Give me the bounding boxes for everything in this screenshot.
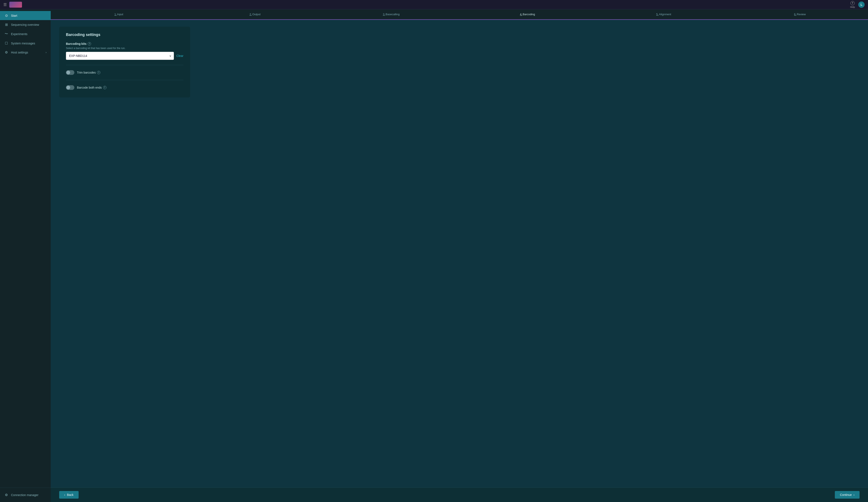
continue-button[interactable]: Continue › [835, 491, 859, 499]
sidebar-label-experiments: Experiments [11, 32, 28, 36]
continue-icon: › [854, 493, 855, 496]
divider-1 [66, 65, 183, 65]
trim-barcodes-toggle[interactable] [66, 70, 74, 75]
back-label: Back [67, 493, 73, 496]
step-basecalling-label: Basecalling [386, 13, 400, 16]
step-barcoding-label: Barcoding [523, 13, 535, 16]
sidebar-label-connection-manager: Connection manager [11, 493, 39, 497]
barcoding-kits-help-icon[interactable]: ? [88, 42, 91, 46]
step-review-number: 6. [794, 13, 796, 16]
step-basecalling-number: 3. [383, 13, 385, 16]
sidebar-item-sequencing-overview[interactable]: ⊞ Sequencing overview [0, 20, 51, 29]
sidebar: ⊙ Start ⊞ Sequencing overview 〜 Experime… [0, 9, 51, 502]
step-nav: 1.Input 2.Output 3.Basecalling 4.Barcodi… [51, 9, 868, 20]
step-input-label: Input [117, 13, 123, 16]
content-scroll: Barcoding settings Barcoding kits ? Sele… [51, 20, 868, 488]
sidebar-item-start[interactable]: ⊙ Start [0, 11, 51, 20]
topbar-right: ? Help L [850, 1, 865, 8]
barcoding-kits-select-row: EXP-NBD114 EXP-NBD196 SQK-RBK004 SQK-RBK… [66, 52, 183, 60]
trim-barcodes-help-icon[interactable]: ? [97, 71, 100, 74]
barcoding-kit-select-wrapper: EXP-NBD114 EXP-NBD196 SQK-RBK004 SQK-RBK… [66, 52, 174, 60]
sidebar-item-experiments[interactable]: 〜 Experiments [0, 29, 51, 39]
experiments-icon: 〜 [4, 32, 9, 36]
barcoding-kits-label-text: Barcoding kits [66, 42, 86, 46]
card-title: Barcoding settings [66, 32, 183, 37]
logo [9, 2, 22, 8]
help-circle-icon: ? [850, 1, 855, 5]
barcoding-kits-section: Barcoding kits ? Select a barcoding kit … [66, 42, 183, 60]
topbar-left: ☰ [3, 2, 22, 8]
trim-barcodes-knob [66, 71, 70, 74]
step-alignment[interactable]: 5.Alignment [596, 9, 732, 20]
step-input[interactable]: 1.Input [51, 9, 187, 20]
barcode-both-ends-row: Barcode both ends ? [66, 83, 183, 92]
back-button[interactable]: ‹ Back [59, 491, 79, 499]
barcode-both-ends-label-text: Barcode both ends [77, 86, 102, 89]
step-alignment-number: 5. [656, 13, 659, 16]
sidebar-label-start: Start [11, 14, 17, 17]
sidebar-item-host-settings[interactable]: ⚙ Host settings › [0, 48, 51, 57]
step-basecalling[interactable]: 3.Basecalling [323, 9, 459, 20]
barcoding-kits-description: Select a barcoding kit that has been use… [66, 47, 183, 50]
barcoding-settings-card: Barcoding settings Barcoding kits ? Sele… [59, 27, 190, 98]
help-button[interactable]: ? Help [850, 1, 855, 8]
sidebar-label-host-settings: Host settings [11, 51, 28, 54]
barcode-both-ends-label: Barcode both ends ? [77, 86, 106, 89]
trim-barcodes-label-text: Trim barcodes [77, 71, 96, 74]
topbar: ☰ ? Help L [0, 0, 868, 9]
step-alignment-label: Alignment [659, 13, 671, 16]
barcoding-kits-label: Barcoding kits ? [66, 42, 183, 46]
barcode-both-ends-help-icon[interactable]: ? [103, 86, 106, 89]
start-icon: ⊙ [4, 13, 9, 18]
help-label: Help [850, 6, 855, 8]
back-icon: ‹ [64, 493, 65, 496]
step-output[interactable]: 2.Output [187, 9, 323, 20]
continue-label: Continue [840, 493, 852, 496]
main-layout: ⊙ Start ⊞ Sequencing overview 〜 Experime… [0, 9, 868, 502]
host-settings-icon: ⚙ [4, 50, 9, 54]
step-review-label: Review [797, 13, 806, 16]
sidebar-label-sequencing-overview: Sequencing overview [11, 23, 39, 27]
barcode-both-ends-knob [66, 86, 70, 89]
trim-barcodes-label: Trim barcodes ? [77, 71, 100, 74]
footer: ‹ Back Continue › [51, 488, 868, 502]
sidebar-item-connection-manager[interactable]: ⚙ Connection manager [0, 490, 51, 500]
sequencing-overview-icon: ⊞ [4, 23, 9, 27]
step-input-number: 1. [114, 13, 117, 16]
trim-barcodes-row: Trim barcodes ? [66, 69, 183, 77]
clear-button[interactable]: Clear [176, 54, 183, 58]
hamburger-icon[interactable]: ☰ [3, 2, 7, 7]
user-avatar[interactable]: L [858, 1, 865, 8]
connection-manager-icon: ⚙ [4, 493, 9, 497]
sidebar-nav: ⊙ Start ⊞ Sequencing overview 〜 Experime… [0, 9, 51, 488]
step-output-label: Output [252, 13, 260, 16]
sidebar-bottom: ⚙ Connection manager [0, 488, 51, 502]
host-settings-chevron-icon: › [46, 51, 46, 54]
system-messages-icon: ☐ [4, 41, 9, 45]
content-area: 1.Input 2.Output 3.Basecalling 4.Barcodi… [51, 9, 868, 502]
barcode-both-ends-toggle[interactable] [66, 85, 74, 90]
sidebar-item-system-messages[interactable]: ☐ System messages [0, 39, 51, 48]
step-barcoding-number: 4. [520, 13, 522, 16]
barcoding-kit-select[interactable]: EXP-NBD114 EXP-NBD196 SQK-RBK004 SQK-RBK… [66, 52, 174, 60]
sidebar-label-system-messages: System messages [11, 42, 35, 45]
step-review[interactable]: 6.Review [732, 9, 868, 20]
step-barcoding[interactable]: 4.Barcoding [459, 9, 596, 20]
step-output-number: 2. [249, 13, 252, 16]
